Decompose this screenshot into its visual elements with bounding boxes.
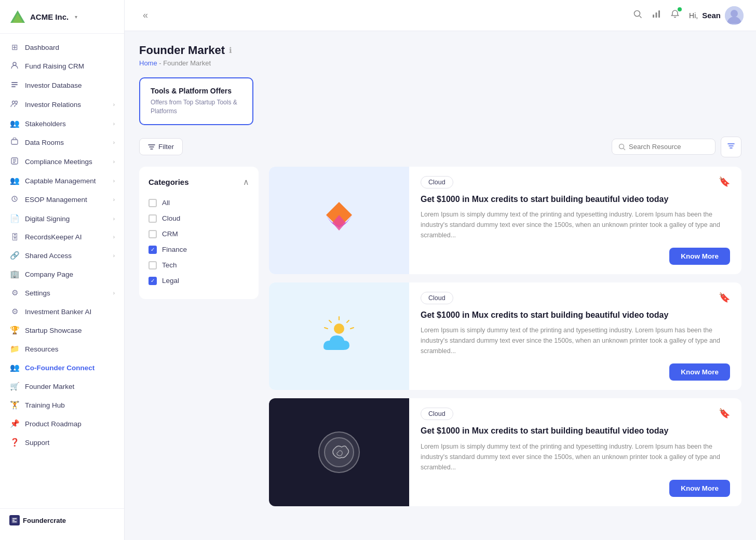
card-footer-3: Know More xyxy=(421,480,730,497)
sidebar-item-startup-showcase[interactable]: 🏆 Startup Showcase xyxy=(0,321,124,340)
dark-circle-logo xyxy=(318,431,360,473)
bookmark-icon-1[interactable]: 🔖 xyxy=(719,176,730,187)
card-footer-2: Know More xyxy=(421,363,730,381)
fc-icon xyxy=(9,515,20,525)
filter-icon xyxy=(148,143,155,151)
category-finance[interactable]: ✓ Finance xyxy=(148,242,249,258)
page-title: Founder Market xyxy=(139,44,225,57)
topbar-user[interactable]: Hi, Sean xyxy=(689,6,744,25)
checkbox-legal[interactable]: ✓ xyxy=(148,277,157,285)
sort-icon xyxy=(726,141,736,151)
card-badge-3: Cloud xyxy=(421,408,453,420)
sidebar-item-investor-relations[interactable]: Investor Relations › xyxy=(0,95,124,114)
app-name: ACME Inc. xyxy=(30,12,69,21)
svg-rect-8 xyxy=(11,140,18,144)
sidebar-item-digital-signing[interactable]: 📄 Digital Signing › xyxy=(0,209,124,228)
checkbox-all[interactable] xyxy=(148,199,157,207)
sidebar-item-resources[interactable]: 📁 Resources xyxy=(0,340,124,358)
sidebar-item-stakeholders[interactable]: 👥 Stakeholders › xyxy=(0,114,124,133)
category-crm[interactable]: CRM xyxy=(148,226,249,242)
checkbox-cloud[interactable] xyxy=(148,214,157,223)
sidebar-item-support[interactable]: ❓ Support xyxy=(0,433,124,452)
topbar: « Hi, Sean xyxy=(125,0,756,31)
settings-icon: ⚙ xyxy=(9,288,20,298)
sidebar-item-label: Investor Database xyxy=(25,82,115,89)
sidebar-item-dashboard[interactable]: ⊞ Dashboard xyxy=(0,38,124,57)
sidebar-item-esop[interactable]: ESOP Management › xyxy=(0,190,124,209)
collapse-sidebar-button[interactable]: « xyxy=(137,7,154,24)
sort-button[interactable] xyxy=(721,137,741,157)
sidebar-logo[interactable]: ACME Inc. ▾ xyxy=(0,0,124,34)
fundraising-icon xyxy=(9,61,20,71)
sidebar-item-recordskeeper[interactable]: 🗄 RecordsKeeper AI › xyxy=(0,228,124,246)
tab-card-subtitle: Offers from Top Startup Tools & Platform… xyxy=(151,98,242,116)
category-label-finance: Finance xyxy=(162,246,187,253)
sidebar-item-investment-banker[interactable]: ⚙ Investment Banker AI xyxy=(0,302,124,321)
analytics-icon[interactable] xyxy=(652,9,661,21)
sidebar-item-training-hub[interactable]: 🏋 Training Hub xyxy=(0,396,124,414)
page-header: Founder Market ℹ xyxy=(139,44,741,57)
sidebar-item-label: Settings xyxy=(25,289,108,297)
svg-rect-4 xyxy=(11,84,18,85)
category-tech[interactable]: Tech xyxy=(148,258,249,273)
category-all[interactable]: All xyxy=(148,195,249,211)
sidebar-item-company-page[interactable]: 🏢 Company Page xyxy=(0,265,124,284)
svg-rect-5 xyxy=(11,86,16,87)
sidebar-item-cofounder-connect[interactable]: 👥 Co-Founder Connect xyxy=(0,358,124,377)
sidebar-item-label: Product Roadmap xyxy=(25,420,115,428)
svg-line-24 xyxy=(350,328,354,329)
checkbox-tech[interactable] xyxy=(148,261,157,269)
card-top-2: Cloud 🔖 xyxy=(421,292,730,304)
sidebar-item-label: Investor Relations xyxy=(25,101,108,109)
resource-card-1: Cloud 🔖 Get $1000 in Mux credits to star… xyxy=(269,167,741,274)
breadcrumb-home[interactable]: Home xyxy=(139,59,157,67)
sidebar-item-label: Investment Banker AI xyxy=(25,308,115,316)
bookmark-icon-2[interactable]: 🔖 xyxy=(719,292,730,303)
svg-point-18 xyxy=(619,144,624,148)
chevron-icon: › xyxy=(113,102,115,107)
category-label-crm: CRM xyxy=(162,230,178,238)
captable-icon: 👥 xyxy=(9,176,20,185)
sidebar-item-data-rooms[interactable]: Data Rooms › xyxy=(0,133,124,152)
sidebar-item-captable[interactable]: 👥 Captable Management › xyxy=(0,171,124,190)
filter-label: Filter xyxy=(158,143,174,151)
notification-icon[interactable] xyxy=(670,9,680,21)
search-input[interactable] xyxy=(629,143,707,151)
category-label-legal: Legal xyxy=(162,277,179,285)
sidebar-footer: Foundercrate xyxy=(0,508,124,532)
checkbox-finance[interactable]: ✓ xyxy=(148,246,157,254)
sidebar-item-fundraising[interactable]: Fund Raising CRM xyxy=(0,57,124,76)
company-page-icon: 🏢 xyxy=(9,269,20,279)
sidebar-item-label: ESOP Management xyxy=(25,196,108,204)
info-icon[interactable]: ℹ xyxy=(229,46,232,55)
know-more-button-1[interactable]: Know More xyxy=(669,248,730,265)
sidebar-item-founder-market[interactable]: 🛒 Founder Market xyxy=(0,377,124,396)
sidebar-item-label: Fund Raising CRM xyxy=(25,62,115,70)
know-more-button-2[interactable]: Know More xyxy=(669,363,730,381)
sidebar-item-product-roadmap[interactable]: 📌 Product Roadmap xyxy=(0,414,124,433)
checkbox-crm[interactable] xyxy=(148,230,157,238)
sidebar-item-label: Co-Founder Connect xyxy=(25,364,115,372)
sidebar-item-investor-database[interactable]: Investor Database xyxy=(0,76,124,95)
tools-platform-tab[interactable]: Tools & Platform Offers Offers from Top … xyxy=(139,77,253,125)
cloud-illustration xyxy=(313,316,365,357)
sidebar-item-label: Shared Access xyxy=(25,252,108,260)
startup-showcase-icon: 🏆 xyxy=(9,326,20,335)
content-area: Founder Market ℹ Home - Founder Market T… xyxy=(125,31,756,540)
search-icon[interactable] xyxy=(633,9,642,21)
category-cloud[interactable]: Cloud xyxy=(148,211,249,226)
card-title-3: Get $1000 in Mux credits to start buildi… xyxy=(421,425,730,437)
category-legal[interactable]: ✓ Legal xyxy=(148,273,249,289)
sidebar-item-compliance-meetings[interactable]: Compliance Meetings › xyxy=(0,152,124,171)
know-more-button-3[interactable]: Know More xyxy=(669,480,730,497)
filter-collapse-icon[interactable]: ∧ xyxy=(243,177,249,187)
bookmark-icon-3[interactable]: 🔖 xyxy=(719,408,730,419)
sidebar-item-shared-access[interactable]: 🔗 Shared Access › xyxy=(0,246,124,265)
filter-button[interactable]: Filter xyxy=(139,138,183,155)
sidebar-item-label: Company Page xyxy=(25,271,115,278)
card-body-2: Cloud 🔖 Get $1000 in Mux credits to star… xyxy=(409,282,741,390)
sidebar-item-settings[interactable]: ⚙ Settings › xyxy=(0,284,124,302)
founder-market-icon: 🛒 xyxy=(9,382,20,391)
card-image-1 xyxy=(269,167,409,274)
product-roadmap-icon: 📌 xyxy=(9,419,20,428)
